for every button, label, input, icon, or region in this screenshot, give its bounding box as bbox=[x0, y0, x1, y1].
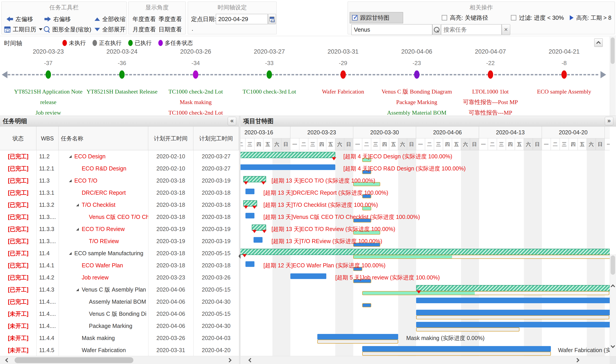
timeline-scroll-left-arrow[interactable] bbox=[2, 71, 7, 78]
gantt-row[interactable] bbox=[240, 320, 610, 332]
gantt-row[interactable] bbox=[240, 296, 610, 308]
table-row[interactable]: [已完工]11.3....Venus C版 CEO T/O Ch2020-03-… bbox=[0, 211, 239, 223]
task-bar[interactable] bbox=[253, 237, 263, 243]
filter-progress-checkbox[interactable]: 过滤: 进度 < 30% bbox=[511, 13, 564, 22]
task-bar[interactable] bbox=[245, 213, 254, 219]
table-row[interactable]: [未开工]11.4.4Mask making2020-03-262020-04-… bbox=[0, 332, 239, 344]
tree-collapse-icon[interactable] bbox=[76, 288, 79, 291]
gantt-row[interactable]: [超期 5 天]Job review (实际进度 100.00%) bbox=[240, 271, 610, 284]
gantt-vscrollbar[interactable] bbox=[610, 254, 616, 356]
task-hscrollbar[interactable] bbox=[0, 356, 239, 364]
gantt-row[interactable]: [超期 4 天]ECO Design (实际进度 100.00%) bbox=[240, 150, 610, 162]
timeline-collapse-button[interactable] bbox=[594, 38, 603, 47]
shift-right-button[interactable]: 右偏移 bbox=[44, 14, 71, 24]
table-row[interactable]: [已完工]11.3.3ECO T/O Review2020-03-192020-… bbox=[0, 223, 239, 235]
table-row[interactable]: [已完工]11.3.1DRC/ERC Report2020-03-182020-… bbox=[0, 187, 239, 199]
column-header[interactable]: 计划开工时间 bbox=[148, 127, 193, 150]
highlight-critical-checkbox[interactable]: 高亮: 关键路径 bbox=[442, 13, 488, 22]
table-row[interactable]: [已开工]11.4ECO sample Manufacturing2020-03… bbox=[0, 247, 239, 259]
milestone-dot[interactable] bbox=[561, 70, 567, 79]
task-bar[interactable] bbox=[317, 334, 398, 339]
shift-left-button[interactable]: 左偏移 bbox=[7, 14, 33, 24]
table-row[interactable]: [未开工]11.4....Package Marking2020-04-0620… bbox=[0, 320, 239, 332]
fit-graph-button[interactable]: 图形全显(缩放) bbox=[44, 25, 91, 34]
gantt-row[interactable] bbox=[240, 284, 610, 296]
gantt-row[interactable]: [超期 13 天]T/O Checklist (实际进度 100.00%) bbox=[240, 199, 610, 211]
panel-divider[interactable] bbox=[239, 116, 240, 364]
tree-collapse-icon[interactable] bbox=[69, 179, 72, 182]
scroll-left-button[interactable] bbox=[247, 357, 254, 364]
scroll-right-button[interactable] bbox=[226, 357, 233, 364]
collapse-all-button[interactable]: 全部收缩 bbox=[95, 14, 126, 24]
date-picker-button[interactable] bbox=[268, 14, 276, 24]
track-gantt-toggle[interactable]: 跟踪甘特图 bbox=[350, 12, 403, 23]
table-row[interactable]: [已完工]11.4.1ECO Wafer Plan2020-03-182020-… bbox=[0, 259, 239, 271]
gantt-row[interactable]: [超期 13 天]T/O REview (实际进度 100.00%) bbox=[240, 235, 610, 247]
search-input[interactable] bbox=[351, 24, 432, 35]
month-view-button[interactable]: 月度查看 bbox=[132, 25, 156, 34]
gantt-row[interactable]: [超期 13 天]DRC/ERC Report (实际进度 100.00%) bbox=[240, 187, 610, 199]
table-row[interactable]: [已完工]11.3.2T/O Checklist2020-03-182020-0… bbox=[0, 199, 239, 211]
highlight-duration-button[interactable]: 高亮: 工期 > 8 bbox=[570, 13, 611, 22]
gantt-row[interactable]: Mask making (实际进度 0.00%) bbox=[240, 332, 610, 344]
scroll-left-button[interactable] bbox=[4, 357, 11, 364]
milestone-dot[interactable] bbox=[340, 70, 346, 79]
table-row[interactable]: [已完工]11.4....Assemly Material BOM2020-04… bbox=[0, 296, 239, 308]
table-row[interactable]: [未开工]11.4.5Wafer Fabrication2020-03-3120… bbox=[0, 344, 239, 356]
table-row[interactable]: [已完工]11.2ECO Design2020-02-102020-03-27 bbox=[0, 150, 239, 162]
milestone-dot[interactable] bbox=[414, 70, 420, 79]
day-view-button[interactable]: 日期查看 bbox=[159, 25, 182, 34]
scrollbar-thumb[interactable] bbox=[611, 255, 615, 275]
table-row[interactable]: [已完工]11.3....T/O REview2020-03-192020-03… bbox=[0, 235, 239, 247]
summary-bar[interactable] bbox=[240, 249, 610, 255]
gantt-row[interactable]: [超期 13 天]Venus C版 CEO T/O Checklist (实际进… bbox=[240, 211, 610, 223]
gantt-row[interactable]: [超期 4 天]ECO R&D Design (实际进度 100.00%) bbox=[240, 162, 610, 174]
table-row[interactable]: [已完工]11.3ECO T/O2020-03-182020-03-19 bbox=[0, 174, 239, 187]
quarter-view-button[interactable]: 季度查看 bbox=[159, 14, 182, 24]
milestone-dot[interactable] bbox=[193, 70, 198, 79]
tree-collapse-icon[interactable] bbox=[76, 228, 79, 231]
table-row[interactable]: [已开工]11.4.3Venus C 版 Asembly Plan2020-04… bbox=[0, 284, 239, 296]
gantt-row[interactable] bbox=[240, 308, 610, 320]
gantt-row[interactable] bbox=[240, 247, 610, 259]
timeline-scrollbar[interactable] bbox=[610, 37, 616, 116]
milestone-dot[interactable] bbox=[46, 70, 51, 79]
scroll-right-button[interactable] bbox=[574, 357, 581, 364]
task-bar[interactable] bbox=[290, 273, 326, 279]
expand-panel-button[interactable]: » bbox=[605, 117, 613, 125]
scrollbar-thumb[interactable] bbox=[14, 357, 133, 363]
milestone-dot[interactable] bbox=[488, 70, 493, 79]
gantt-row[interactable]: [超期 13 天]ECO T/O (实际进度 100.00%) bbox=[240, 174, 610, 187]
column-header[interactable]: 计划完工时间 bbox=[193, 127, 239, 150]
year-view-button[interactable]: 年度查看 bbox=[132, 14, 156, 24]
search-button[interactable] bbox=[432, 24, 441, 35]
tree-collapse-icon[interactable] bbox=[76, 204, 79, 206]
task-bar[interactable] bbox=[416, 298, 610, 303]
task-search-input[interactable] bbox=[441, 24, 502, 35]
table-row[interactable]: [未开工]11.4....Venus C 版 Bonding Di2020-04… bbox=[0, 308, 239, 320]
summary-bar[interactable] bbox=[416, 285, 610, 291]
scrollbar-thumb[interactable] bbox=[611, 38, 615, 64]
table-row[interactable]: [已完工]11.4.2Job review2020-03-232020-03-2… bbox=[0, 271, 239, 284]
gantt-row[interactable]: [超期 13 天]ECO T/O Review (实际进度 100.00%) bbox=[240, 223, 610, 235]
duration-calendar-button[interactable]: 工期日历 bbox=[4, 25, 42, 34]
task-bar[interactable] bbox=[362, 346, 551, 352]
tree-collapse-icon[interactable] bbox=[69, 252, 72, 255]
task-bar[interactable] bbox=[416, 322, 610, 327]
task-bar[interactable] bbox=[416, 310, 610, 315]
gantt-row[interactable]: Wafer Fabrication (实际进度 0.00%) bbox=[240, 344, 610, 356]
column-header[interactable]: 状态 bbox=[0, 127, 36, 150]
scroll-up-button[interactable] bbox=[609, 283, 616, 290]
clear-search-button[interactable]: × bbox=[502, 24, 510, 35]
gantt-hscrollbar[interactable] bbox=[240, 356, 610, 364]
task-bar[interactable] bbox=[240, 164, 335, 170]
expand-all-button[interactable]: 全部展开 bbox=[95, 25, 126, 34]
table-row[interactable]: [已完工]11.2.1ECO R&D Design2020-02-102020-… bbox=[0, 162, 239, 174]
scroll-down-button[interactable] bbox=[609, 342, 616, 349]
milestone-dot[interactable] bbox=[266, 70, 272, 79]
task-bar[interactable] bbox=[245, 261, 254, 267]
summary-bar[interactable] bbox=[240, 152, 335, 158]
milestone-dot[interactable] bbox=[119, 70, 125, 79]
column-header[interactable]: 任务名称 bbox=[59, 127, 148, 150]
column-header[interactable]: WBS bbox=[36, 127, 59, 150]
